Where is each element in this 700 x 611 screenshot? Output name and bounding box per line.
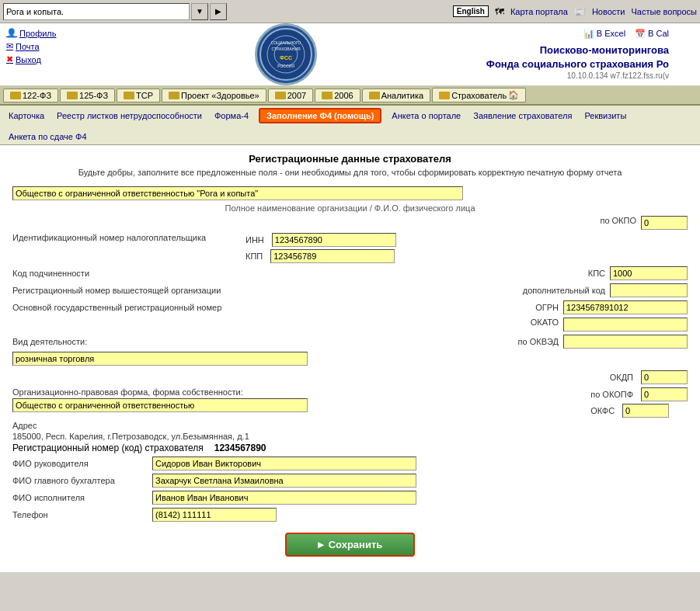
- okpo-input[interactable]: [641, 216, 688, 230]
- legal-form-input[interactable]: [12, 398, 308, 412]
- sub-link-card[interactable]: Карточка: [6, 110, 47, 121]
- address-value: 185000, Респ. Карелия, г.Петрозаводск, у…: [12, 432, 688, 441]
- okdp-input[interactable]: [641, 370, 688, 384]
- tab-icon-125fz: [67, 92, 78, 99]
- kps-input[interactable]: [610, 266, 688, 280]
- sub-link-statement[interactable]: Заявление страхователя: [471, 110, 574, 121]
- tab-2007[interactable]: 2007: [268, 89, 313, 102]
- header-right: 📊 В Excel 📅 В Cal Поисково-мониторингова…: [479, 23, 700, 85]
- inn-label: ИНН: [246, 235, 269, 245]
- tab-analytics[interactable]: Аналитика: [362, 89, 430, 102]
- kpp-input[interactable]: [270, 249, 395, 263]
- save-button[interactable]: Сохранить: [285, 533, 416, 557]
- tab-icon-tcp: [124, 92, 134, 99]
- tab-icon-analytics: [369, 92, 380, 99]
- svg-point-0: [260, 29, 312, 80]
- okdp-label: ОКДП: [610, 373, 638, 382]
- okfs-input[interactable]: [622, 404, 669, 418]
- phone-input[interactable]: [152, 508, 277, 522]
- okato-label: ОКАТО: [531, 318, 563, 332]
- svg-text:РОССИЯ: РОССИЯ: [277, 64, 294, 68]
- tab-health[interactable]: Проект «Здоровье»: [162, 89, 266, 102]
- kpp-label: КПП: [246, 252, 267, 261]
- ogrn-label: ОГРН: [535, 303, 563, 312]
- home-icon: 🏠: [508, 90, 519, 100]
- okopf-input[interactable]: [641, 387, 688, 401]
- tab-icon-2006: [322, 92, 333, 99]
- excel-link[interactable]: 📊 В Excel: [583, 29, 625, 39]
- tab-icon-122fz: [10, 92, 21, 99]
- save-area: Сохранить: [12, 525, 688, 564]
- exit-icon: ✖: [6, 54, 13, 64]
- header-subtitle: Фонда социального страхования Ро: [486, 57, 669, 71]
- search-dropdown-btn[interactable]: ▼: [191, 3, 208, 20]
- tab-125fz[interactable]: 125-ФЗ: [60, 89, 115, 102]
- search-go-btn[interactable]: ▶: [210, 3, 227, 20]
- top-right-area: English 🗺 Карта портала 📰 Новости Частые…: [453, 5, 697, 17]
- english-button[interactable]: English: [453, 5, 489, 17]
- tab-2006[interactable]: 2006: [315, 89, 360, 102]
- tab-icon-health: [169, 92, 179, 99]
- reg-num-insurer-label: Регистрационный номер (код) страхователя: [12, 443, 204, 453]
- sub-link-anketa-portal[interactable]: Анкета о портале: [389, 110, 463, 121]
- reg-num-insurer-row: Регистрационный номер (код) страхователя…: [12, 443, 688, 453]
- accountant-row: ФИО главного бухгалтера: [12, 474, 688, 488]
- cal-icon: 📅: [635, 29, 646, 39]
- legal-form-label: Организационно-правовая форма, форма соб…: [12, 387, 583, 397]
- sub-link-registry[interactable]: Реестр листков нетрудоспособности: [54, 110, 204, 121]
- main-reg-num-label: Основной государственный регистрационный…: [12, 303, 246, 312]
- page-subtitle: Будьте добры, заполните все предложенные…: [12, 168, 688, 177]
- nav-tabs: 122-ФЗ 125-ФЗ TCP Проект «Здоровье» 2007…: [0, 86, 700, 106]
- svg-text:СТРАХОВАНИЯ: СТРАХОВАНИЯ: [271, 47, 301, 51]
- manager-row: ФИО руководителя: [12, 457, 688, 470]
- org-name-input[interactable]: [12, 186, 463, 200]
- mail-link[interactable]: ✉ Почта: [6, 40, 87, 53]
- phone-label: Телефон: [12, 510, 152, 519]
- sub-link-anketa-f4[interactable]: Анкета по сдаче Ф4: [6, 131, 89, 142]
- faq-link[interactable]: Частые вопросы: [631, 7, 697, 16]
- cal-link[interactable]: 📅 В Cal: [635, 29, 669, 39]
- header-nav: 👤 Профиль ✉ Почта ✖ Выход: [0, 23, 93, 85]
- sub-link-forma4[interactable]: Форма-4: [212, 110, 251, 121]
- sub-link-fill-f4[interactable]: Заполнение Ф4 (помощь): [259, 108, 381, 123]
- phone-row: Телефон: [12, 508, 688, 522]
- org-name-label: Полное наименование организации / Ф.И.О.…: [12, 203, 688, 213]
- tab-icon-2007: [275, 92, 286, 99]
- logo: СОЦИАЛЬНОГО СТРАХОВАНИЯ ФСС РОССИЯ: [255, 23, 317, 85]
- reg-num-insurer-value: 1234567890: [214, 443, 266, 453]
- news-link[interactable]: Новости: [592, 7, 625, 16]
- okved-label: по ОКВЭД: [518, 337, 563, 346]
- tab-insurer[interactable]: Страхователь 🏠: [432, 88, 526, 102]
- okato-input[interactable]: [563, 318, 688, 332]
- reg-num-superior-label: Регистрационный номер вышестоящей органи…: [12, 286, 246, 295]
- dop-kod-input[interactable]: [610, 283, 688, 297]
- okved-input[interactable]: [563, 335, 688, 349]
- taxpayer-label: Идентификационный номер налогоплательщик…: [12, 233, 246, 242]
- profile-icon: 👤: [6, 28, 17, 38]
- profile-link[interactable]: 👤 Профиль: [6, 26, 87, 40]
- search-input[interactable]: [3, 3, 190, 20]
- tab-122fz[interactable]: 122-ФЗ: [3, 89, 58, 102]
- okfs-label: ОКФС: [590, 406, 619, 415]
- page-title: Регистрационные данные страхователя: [12, 153, 688, 165]
- inn-input[interactable]: [272, 233, 396, 247]
- org-name-row: [12, 186, 688, 200]
- main-content: Регистрационные данные страхователя Будь…: [0, 145, 700, 572]
- kps-label: КПС: [588, 269, 610, 278]
- svg-text:ФСС: ФСС: [280, 55, 292, 61]
- tab-tcp[interactable]: TCP: [117, 89, 160, 102]
- portal-map-icon: 🗺: [495, 6, 504, 17]
- activity-input[interactable]: [12, 352, 308, 366]
- exit-link[interactable]: ✖ Выход: [6, 53, 87, 66]
- accountant-input[interactable]: [152, 474, 416, 488]
- sub-link-requisites[interactable]: Реквизиты: [582, 110, 629, 121]
- executor-label: ФИО исполнителя: [12, 493, 152, 502]
- okopf-label: по ОКОПФ: [590, 390, 638, 399]
- executor-input[interactable]: [152, 491, 416, 505]
- accountant-label: ФИО главного бухгалтера: [12, 476, 152, 485]
- header-title: Поисково-мониторингова: [540, 43, 669, 57]
- okpo-label: по ОКПО: [600, 216, 641, 230]
- portal-map-link[interactable]: Карта портала: [510, 7, 568, 16]
- manager-input[interactable]: [152, 457, 416, 470]
- ogrn-input[interactable]: [563, 300, 688, 314]
